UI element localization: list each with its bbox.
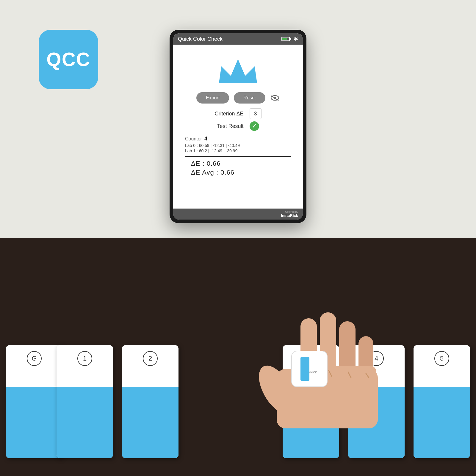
battery-body	[281, 37, 290, 41]
tablet-screen: Quick Color Check ✱	[173, 33, 303, 220]
test-result-check: ✓	[250, 121, 259, 131]
screen-content: Export Reset Criterion ΔE 3	[173, 45, 303, 209]
brand-label: InstaRick	[281, 213, 298, 218]
bluetooth-icon: ✱	[294, 36, 298, 42]
criterion-row: Criterion ΔE 3	[214, 108, 261, 119]
card-number-2: 2	[143, 351, 158, 366]
eye-slash-icon[interactable]	[270, 93, 280, 103]
qcc-app-icon[interactable]: QCC	[39, 30, 98, 89]
card-blue-patch-1	[57, 387, 113, 458]
delta-e-row: ΔE : 0.66	[191, 160, 291, 167]
crown-svg	[214, 52, 262, 88]
svg-marker-0	[219, 59, 257, 83]
app-title: Quick Color Check	[178, 36, 223, 42]
card-number-1: 1	[77, 351, 92, 366]
export-button[interactable]: Export	[196, 92, 229, 104]
card-2: 2	[122, 345, 178, 458]
card-5: 5	[414, 345, 470, 458]
hand-svg: InstaRick	[253, 295, 416, 458]
lab0-row: Lab 0 : 60.59 | -12.31 | -40.49	[185, 143, 291, 148]
battery-tip	[290, 38, 291, 40]
colored-by-label: Colored by	[281, 210, 298, 213]
delta-e-avg-row: ΔE Avg : 0.66	[191, 169, 291, 176]
card-blue-patch-5	[414, 387, 470, 458]
battery-icon	[281, 37, 291, 41]
delta-section: ΔE : 0.66 ΔE Avg : 0.66	[185, 160, 291, 176]
bottom-section: G 1 2 3 4 5 InstaRick	[0, 238, 476, 476]
test-result-row: Test Result ✓	[217, 121, 259, 131]
lab1-row: Lab 1 : 60.2 | -12.49 | -39.99	[185, 148, 291, 153]
top-section: QCC Quick Color Check ✱	[0, 0, 476, 238]
qcc-icon-label: QCC	[46, 48, 90, 71]
card-number-g: G	[27, 351, 42, 366]
status-bar-right: ✱	[281, 36, 298, 42]
card-g: G	[6, 345, 62, 458]
tablet: Quick Color Check ✱	[170, 30, 306, 223]
card-1: 1	[57, 345, 113, 458]
counter-row: Counter 4	[185, 136, 291, 142]
buttons-row: Export Reset	[196, 92, 280, 104]
crown-logo	[214, 51, 262, 89]
counter-label: Counter	[185, 136, 202, 142]
criterion-label: Criterion ΔE	[214, 111, 243, 117]
card-blue-patch-2	[122, 387, 178, 458]
card-number-5: 5	[434, 351, 449, 366]
criterion-value[interactable]: 3	[250, 108, 262, 119]
tablet-bottom-bar: Colored by InstaRick	[173, 209, 303, 220]
status-bar: Quick Color Check ✱	[173, 33, 303, 45]
instarick-badge: Colored by InstaRick	[281, 210, 298, 218]
svg-rect-17	[300, 357, 309, 381]
left-cards-group: G 1 2	[6, 345, 178, 458]
card-blue-patch-g	[6, 387, 62, 458]
divider	[185, 156, 291, 157]
check-icon: ✓	[252, 123, 256, 129]
test-result-label: Test Result	[217, 123, 243, 129]
battery-fill	[282, 38, 287, 40]
counter-value: 4	[204, 136, 207, 142]
reset-button[interactable]: Reset	[234, 92, 265, 104]
hand-illustration: InstaRick	[253, 295, 416, 458]
